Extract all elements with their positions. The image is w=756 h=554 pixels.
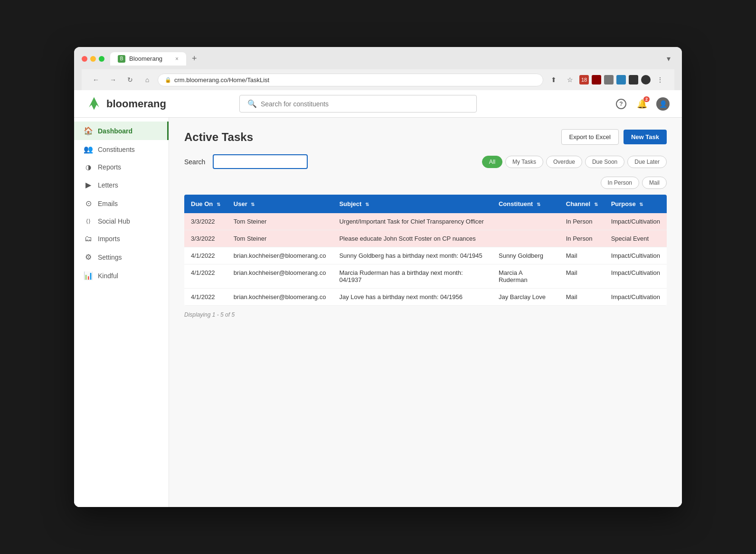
tab-close-button[interactable]: × <box>175 56 179 62</box>
table-row[interactable]: 3/3/2022 Tom Steiner Please educate John… <box>184 230 667 247</box>
sidebar-item-social-hub[interactable]: ⟨⟩ Social Hub <box>74 213 169 230</box>
help-icon: ? <box>616 99 626 109</box>
sidebar-item-dashboard[interactable]: 🏠 Dashboard <box>74 122 169 140</box>
col-constituent[interactable]: Constituent ⇅ <box>492 195 559 213</box>
cell-user-2: brian.kochheiser@bloomerang.co <box>227 247 333 264</box>
address-bar[interactable]: 🔒 crm.bloomerang.co/Home/TaskList <box>158 74 543 86</box>
extension-icon-2[interactable] <box>592 75 601 85</box>
help-button[interactable]: ? <box>614 96 629 112</box>
tab-favicon: B <box>118 55 125 63</box>
col-subject[interactable]: Subject ⇅ <box>332 195 492 213</box>
sidebar-item-imports[interactable]: 🗂 Imports <box>74 230 169 248</box>
cell-user-3: brian.kochheiser@bloomerang.co <box>227 264 333 289</box>
extension-icon-4[interactable] <box>616 75 626 85</box>
notifications-button[interactable]: 🔔 2 <box>634 96 650 112</box>
browser-titlebar: B Bloomerang × + ▾ <box>82 52 674 66</box>
col-purpose[interactable]: Purpose ⇅ <box>605 195 667 213</box>
cell-channel-2: Mail <box>559 247 605 264</box>
sidebar-item-kindful[interactable]: 📊 Kindful <box>74 266 169 285</box>
export-excel-button[interactable]: Export to Excel <box>561 129 619 145</box>
cell-purpose-4: Impact/Cultivation <box>605 289 667 306</box>
url-text: crm.bloomerang.co/Home/TaskList <box>174 76 269 84</box>
user-icon: 👤 <box>656 97 670 111</box>
sidebar-label-constituents: Constituents <box>98 146 135 153</box>
browser-chrome: B Bloomerang × + ▾ ← → ↻ ⌂ 🔒 crm.bloomer… <box>74 47 682 90</box>
sort-icon-user: ⇅ <box>251 202 255 207</box>
letters-icon: ▶ <box>84 180 93 189</box>
close-traffic-light[interactable] <box>82 56 87 62</box>
search-bar[interactable]: 🔍 <box>239 95 477 113</box>
extra-pills: In Person Mail <box>184 177 667 189</box>
user-menu-button[interactable]: 👤 <box>655 96 671 112</box>
minimize-traffic-light[interactable] <box>90 56 96 62</box>
cell-subject-1: Please educate John Scott Foster on CP n… <box>332 230 492 247</box>
new-tab-button[interactable]: + <box>188 52 201 66</box>
col-due-on[interactable]: Due On ⇅ <box>184 195 227 213</box>
sidebar-item-emails[interactable]: ⊙ Emails <box>74 194 169 213</box>
cell-constituent-3: Marcia A Ruderman <box>492 264 559 289</box>
task-search-input[interactable] <box>213 154 308 169</box>
back-button[interactable]: ← <box>89 73 103 86</box>
sidebar-item-settings[interactable]: ⚙ Settings <box>74 248 169 266</box>
app-container: bloomerang 🔍 ? 🔔 2 👤 <box>74 90 682 507</box>
cell-subject-3: Marcia Ruderman has a birthday next mont… <box>332 264 492 289</box>
extension-icon-5[interactable] <box>629 75 638 85</box>
sidebar-label-social-hub: Social Hub <box>98 217 130 225</box>
home-button[interactable]: ⌂ <box>141 73 154 86</box>
maximize-traffic-light[interactable] <box>99 56 104 62</box>
window-dropdown[interactable]: ▾ <box>663 54 674 63</box>
sidebar-item-reports[interactable]: ◑ Reports <box>74 159 169 176</box>
cell-due-on-3: 4/1/2022 <box>184 264 227 289</box>
tasks-table: Due On ⇅ User ⇅ Subject ⇅ Constituent ⇅ … <box>184 195 667 306</box>
filter-overdue[interactable]: Overdue <box>546 156 582 168</box>
cell-subject-2: Sunny Goldberg has a birthday next month… <box>332 247 492 264</box>
dashboard-icon: 🏠 <box>84 126 93 135</box>
forward-button[interactable]: → <box>106 73 120 86</box>
cell-user-1: Tom Steiner <box>227 230 333 247</box>
emails-icon: ⊙ <box>84 199 93 208</box>
share-button[interactable]: ⬆ <box>547 73 560 86</box>
table-row[interactable]: 3/3/2022 Tom Steiner Urgent/Important Ta… <box>184 213 667 230</box>
sidebar-label-emails: Emails <box>98 200 118 207</box>
sidebar: 🏠 Dashboard 👥 Constituents ◑ Reports ▶ L… <box>74 118 169 507</box>
logo-text: bloomerang <box>106 98 166 110</box>
extension-icon-1[interactable]: 18 <box>579 75 589 85</box>
col-channel[interactable]: Channel ⇅ <box>559 195 605 213</box>
sidebar-label-letters: Letters <box>98 181 118 189</box>
extension-icon-3[interactable] <box>604 75 614 85</box>
filter-all[interactable]: All <box>482 156 502 168</box>
sidebar-item-letters[interactable]: ▶ Letters <box>74 176 169 194</box>
cell-subject-4: Jay Love has a birthday next month: 04/1… <box>332 289 492 306</box>
table-row[interactable]: 4/1/2022 brian.kochheiser@bloomerang.co … <box>184 289 667 306</box>
tab-label: Bloomerang <box>129 55 162 62</box>
extension-icon-6[interactable] <box>641 75 651 85</box>
sidebar-item-constituents[interactable]: 👥 Constituents <box>74 140 169 159</box>
table-row[interactable]: 4/1/2022 brian.kochheiser@bloomerang.co … <box>184 247 667 264</box>
cell-channel-3: Mail <box>559 264 605 289</box>
table-row[interactable]: 4/1/2022 brian.kochheiser@bloomerang.co … <box>184 264 667 289</box>
cell-constituent-0 <box>492 213 559 230</box>
search-label: Search <box>184 158 205 166</box>
cell-due-on-4: 4/1/2022 <box>184 289 227 306</box>
filter-mail[interactable]: Mail <box>642 177 667 189</box>
lock-icon: 🔒 <box>165 77 171 83</box>
new-task-button[interactable]: New Task <box>624 130 667 144</box>
col-user[interactable]: User ⇅ <box>227 195 333 213</box>
filter-due-soon[interactable]: Due Soon <box>585 156 624 168</box>
bookmark-button[interactable]: ☆ <box>563 73 576 86</box>
cell-constituent-4: Jay Barclay Love <box>492 289 559 306</box>
search-input[interactable] <box>261 100 469 108</box>
more-button[interactable]: ⋮ <box>653 73 667 86</box>
filter-my-tasks[interactable]: My Tasks <box>505 156 543 168</box>
filter-in-person[interactable]: In Person <box>601 177 639 189</box>
browser-window: B Bloomerang × + ▾ ← → ↻ ⌂ 🔒 crm.bloomer… <box>74 47 682 507</box>
table-body: 3/3/2022 Tom Steiner Urgent/Important Ta… <box>184 213 667 306</box>
refresh-button[interactable]: ↻ <box>123 73 137 86</box>
reports-icon: ◑ <box>84 163 93 171</box>
filter-due-later[interactable]: Due Later <box>627 156 667 168</box>
logo-icon <box>85 95 103 113</box>
imports-icon: 🗂 <box>84 235 93 243</box>
active-tab[interactable]: B Bloomerang × <box>110 52 186 66</box>
cell-channel-4: Mail <box>559 289 605 306</box>
pagination-text: Displaying 1 - 5 of 5 <box>184 311 667 318</box>
